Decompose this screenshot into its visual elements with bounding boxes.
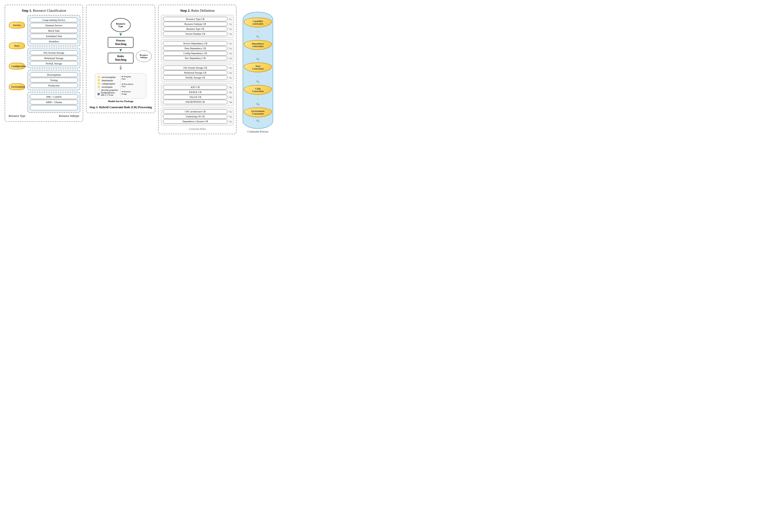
rule-pill-c42: RANGE CR [163,90,227,94]
rule-row-c24: Env Dependency CR c24 [163,56,232,60]
page-wrapper: Step 1. Resource Classification Service … [5,5,277,134]
rule-pill-c11: Resource Type CR [163,17,228,21]
subscript-c31: c31 [229,66,232,69]
subscript-c12: c12 [229,22,232,25]
step1-subtitle: Resource Classification [33,9,66,12]
pill-scheduled: Scheduled Task [30,34,78,39]
rule-row-c42: RANGE CR c42 [163,90,232,94]
data-group-box: File System Storage Relational Storage N… [27,48,80,68]
subscript-c23: c23 [229,52,232,55]
msp-legend: ● TemplateFiles ● DescriptionFiles ● Bus… [120,75,133,96]
cp-data: DataConstraints [244,63,272,72]
subscript-c53: c53 [229,120,232,123]
msp-files: 📁 servicetemplate 📁 datatemplate 📁 confi… [98,75,118,96]
config-group-box: Development Testing Production [27,70,80,90]
msp-row-5: 📄 describe.properties [98,89,118,91]
step3-title: Step 3. Hybrid Constraint Rule (CR) Proc… [89,106,152,109]
folder-icon-2: 📁 [98,79,101,82]
s1-groups-col: Long-running Service Daemon Service Batc… [27,15,80,113]
rule-pill-c24: Env Dependency CR [163,56,227,60]
step1-panel: Step 1. Resource Classification Service … [5,5,83,122]
oval-environment: Environment [9,83,25,90]
constraint-process-label: Constraint Process [247,130,268,133]
flow-box: ResourceType ▼ ProcessMatching ▼ RulesMa… [108,18,133,71]
s1-footers: Resource Type Resource Subtype [7,114,80,118]
pill-daemon: Daemon Service [30,23,78,27]
cp-arrow-4: ↓ [257,96,259,101]
msp-title: Model Service Package [108,100,133,103]
folder-icon-1: 📁 [98,76,101,79]
msp-file-1: servicetemplate [102,76,116,78]
msp-row-3: 📁 configtemplate [98,82,118,85]
rule-row-c32: Relational Storage CR c32 [163,70,232,75]
rule-row-c12: Resource Subtype CR c12 [163,22,232,26]
pill-testing: Testing [30,78,78,82]
resource-type-label: Resource Type [7,114,25,118]
oval-data: Data [9,43,25,49]
cp-arrow-3: ↓ [257,74,259,78]
msp-row-2: 📁 datatemplate [98,79,118,82]
rule-row-c33: NoSQL Storage CR c33 [163,75,232,80]
flow-resource-type: ResourceType [111,18,131,32]
env-group-box: X86 + CentOS ARM + Ubuntu [27,92,80,113]
msp-file-6: floodprediction-x86-1.17.0.tar [101,91,115,96]
rules-groups: Resource Type CR c11 Resource Subtype CR… [161,15,234,126]
rule-pill-c23: Config Dependency CR [163,51,227,56]
step3-subtitle: Hybrid Constraint Rule (CR) Processing [99,106,152,109]
pill-filesystem: File System Storage [30,50,78,55]
rule-row-c41: KEY CR c41 [163,85,232,89]
subscript-c32: c32 [229,71,232,74]
step2-title: Step 2. Rules Definition [161,9,234,13]
rule-row-c44: ENCRYPTION CR c44 [163,100,232,104]
resource-subtype-label: Resource Subtype [59,114,80,118]
rule-pill-c52: Underlying OS CR [163,114,227,119]
msp-file-5: describe.properties [101,89,118,91]
constraint-process-panel: Capabilityconstraints ↓ C1 Dependencycon… [239,5,277,133]
rule-pill-c43: VALUE CR [163,95,227,99]
rule-row-c52: Underlying OS CR c52 [163,114,232,119]
rule-pill-c32: Relational Storage CR [163,70,227,75]
folder-icon-3: 📁 [98,82,101,85]
rule-row-c53: Dependency Libraries CR c53 [163,119,232,124]
subscript-c51: c51 [229,110,232,113]
rule-row-c31: File System Storage CR c31 [163,66,232,70]
pill-production: Production [30,83,78,88]
cp-arrow-2: ↓ [257,51,259,56]
rule-pill-c22: Data Dependency CR [163,46,227,51]
subscript-c52: c52 [229,115,232,118]
subscript-c44: c44 [229,101,232,104]
msp-row-4: 📁 envtemplate [98,85,118,88]
cp-c4: C4 [257,102,259,106]
step1-title: Step 1. Resource Classification [7,9,80,13]
pill-x86: X86 + CentOS [30,94,78,99]
subscript-c14: c14 [229,32,232,36]
rule-pill-c13: Business Type CR [163,27,227,31]
rule-pill-c12: Resource Subtype CR [163,22,227,26]
subscript-c24: c24 [229,57,232,60]
service-group-box: Long-running Service Daemon Service Batc… [27,15,80,46]
rule-pill-c21: Service Dependency CR [163,41,227,46]
rule-row-c51: CPU architecture CR c51 [163,109,232,114]
env-rule-group: CPU architecture CR c51 Underlying OS CR… [161,108,234,126]
step2-rules-panel: Step 2. Rules Definition Resource Type C… [158,5,237,134]
step3-middle-panel: ResourceType ▼ ProcessMatching ▼ RulesMa… [86,5,155,113]
rule-row-c21: Service Dependency CR c21 [163,41,232,46]
subscript-c41: c41 [229,86,232,89]
legend-business: ● BusinessImage [122,90,133,95]
subscript-c43: c43 [229,95,232,98]
data-rule-group: File System Storage CR c31 Relational St… [161,64,234,82]
rule-pill-c33: NoSQL Storage CR [163,75,227,80]
rule-row-c23: Config Dependency CR c23 [163,51,232,56]
rule-row-c14: Version Number CR c14 [163,31,232,36]
legend-template: ● TemplateFiles [122,75,133,80]
folder-icon-4: 📁 [98,85,101,88]
legend-description: ● DescriptionFiles [122,83,133,87]
pill-long-running: Long-running Service [30,17,78,22]
rule-row-c22: Data Dependency CR c22 [163,46,232,51]
msp-file-3: configtemplate [102,83,115,85]
cp-capability: Capabilityconstraints [244,17,272,27]
rule-pill-c41: KEY CR [163,85,227,89]
rule-pill-c44: ENCRYPTION CR [163,100,227,104]
pill-empty [30,105,78,110]
subscript-c42: c42 [229,90,232,94]
